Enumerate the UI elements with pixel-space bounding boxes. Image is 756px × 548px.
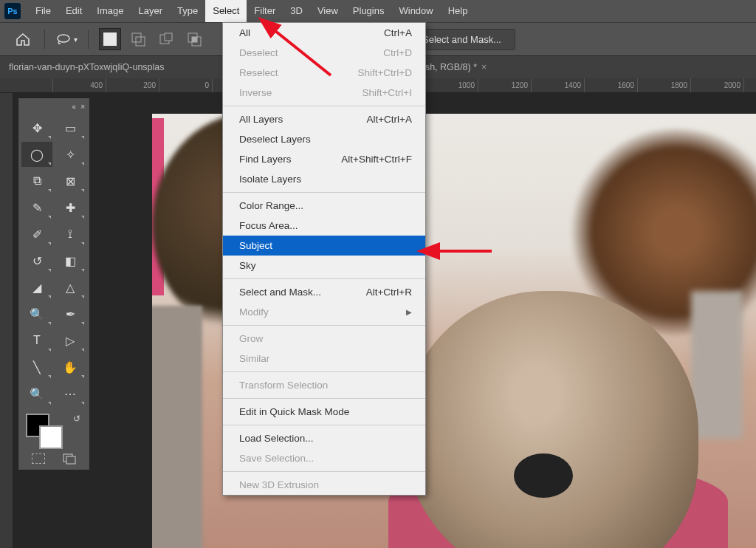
menu-item-label: Inverse bbox=[239, 86, 272, 100]
menu-item-label: Sky bbox=[239, 258, 256, 273]
path-select-tool[interactable]: ▷ bbox=[55, 328, 86, 353]
menu-type[interactable]: Type bbox=[170, 0, 205, 22]
history-brush-tool[interactable]: ↺ bbox=[21, 248, 52, 273]
quickmask-icon[interactable] bbox=[32, 453, 45, 464]
menu-item-edit-in-quick-mask-mode[interactable]: Edit in Quick Mask Mode bbox=[223, 402, 425, 422]
healing-tool[interactable]: ✚ bbox=[55, 195, 86, 220]
selection-intersect-icon[interactable] bbox=[183, 28, 205, 50]
menu-item-save-selection: Save Selection... bbox=[223, 448, 425, 468]
menu-item-label: Focus Area... bbox=[239, 219, 298, 233]
menu-separator bbox=[223, 278, 425, 279]
menu-separator bbox=[223, 425, 425, 425]
menu-item-grow: Grow bbox=[223, 329, 425, 349]
menu-item-deselect-layers[interactable]: Deselect Layers bbox=[223, 129, 425, 149]
ruler-tick: 2200 bbox=[744, 78, 756, 92]
hand-tool[interactable]: ✋ bbox=[55, 355, 86, 380]
dodge-tool[interactable]: 🔍 bbox=[21, 301, 52, 326]
menu-item-label: Save Selection... bbox=[239, 451, 314, 465]
pen-tool[interactable]: ✒ bbox=[55, 301, 86, 326]
zoom-tool[interactable]: 🔍 bbox=[21, 381, 52, 406]
brush-tool[interactable]: ✐ bbox=[21, 222, 52, 247]
close-icon[interactable]: × bbox=[80, 103, 85, 111]
menu-item-color-range[interactable]: Color Range... bbox=[223, 196, 425, 216]
select-menu-dropdown: AllCtrl+ADeselectCtrl+DReselectShift+Ctr… bbox=[222, 22, 426, 496]
menu-item-label: Deselect bbox=[239, 46, 278, 60]
separator bbox=[44, 30, 45, 49]
menu-item-sky[interactable]: Sky bbox=[223, 256, 425, 275]
line-tool[interactable]: ╲ bbox=[21, 355, 52, 380]
menu-item-focus-area[interactable]: Focus Area... bbox=[223, 216, 425, 236]
menu-filter[interactable]: Filter bbox=[247, 0, 283, 22]
menu-item-load-selection[interactable]: Load Selection... bbox=[223, 428, 425, 448]
menu-item-label: Edit in Quick Mask Mode bbox=[239, 405, 349, 419]
app-logo: Ps bbox=[4, 3, 21, 19]
ruler-tick: 1400 bbox=[532, 78, 585, 92]
swap-colors-icon[interactable]: ↺ bbox=[73, 414, 80, 424]
menu-separator bbox=[223, 106, 425, 106]
menu-item-deselect: DeselectCtrl+D bbox=[223, 43, 425, 63]
crop-tool[interactable]: ⧉ bbox=[21, 168, 52, 193]
close-icon[interactable]: × bbox=[481, 62, 487, 72]
ruler-tick: 1200 bbox=[478, 78, 532, 92]
menu-window[interactable]: Window bbox=[391, 0, 440, 22]
menu-item-label: Modify bbox=[239, 305, 269, 319]
menu-help[interactable]: Help bbox=[441, 0, 475, 22]
ruler-tick bbox=[0, 78, 53, 92]
menu-item-shortcut: Ctrl+D bbox=[383, 46, 412, 60]
svg-rect-9 bbox=[66, 456, 75, 464]
menu-edit[interactable]: Edit bbox=[58, 0, 89, 22]
menu-plugins[interactable]: Plugins bbox=[346, 0, 392, 22]
menu-view[interactable]: View bbox=[310, 0, 346, 22]
menu-item-similar: Similar bbox=[223, 349, 425, 369]
magic-wand-tool[interactable]: ✧ bbox=[55, 142, 86, 167]
gradient-tool[interactable]: ◢ bbox=[21, 275, 52, 300]
frame-tool[interactable]: ⊠ bbox=[55, 168, 86, 193]
svg-rect-1 bbox=[132, 33, 141, 42]
ruler-tick: 200 bbox=[106, 78, 159, 92]
blur-tool[interactable]: △ bbox=[55, 275, 86, 300]
menu-item-find-layers[interactable]: Find LayersAlt+Shift+Ctrl+F bbox=[223, 149, 425, 169]
lasso-tool[interactable]: ◯ bbox=[21, 142, 52, 167]
ruler-tick: 400 bbox=[53, 78, 106, 92]
menu-item-all[interactable]: AllCtrl+A bbox=[223, 23, 425, 43]
menu-item-label: Load Selection... bbox=[239, 431, 314, 445]
menu-file[interactable]: File bbox=[28, 0, 58, 22]
home-icon[interactable] bbox=[12, 28, 34, 50]
move-tool[interactable]: ✥ bbox=[21, 115, 52, 140]
menu-3d[interactable]: 3D bbox=[283, 0, 310, 22]
ruler-tick: 1600 bbox=[585, 78, 638, 92]
background-color-swatch[interactable] bbox=[39, 425, 63, 449]
eraser-tool[interactable]: ◧ bbox=[55, 248, 86, 273]
menu-item-subject[interactable]: Subject bbox=[223, 236, 425, 256]
menu-image[interactable]: Image bbox=[89, 0, 131, 22]
lasso-options-icon[interactable]: ▾ bbox=[55, 28, 78, 50]
menu-item-label: Subject bbox=[239, 239, 272, 253]
svg-point-0 bbox=[58, 35, 69, 42]
menu-item-select-and-mask[interactable]: Select and Mask...Alt+Ctrl+R bbox=[223, 282, 425, 302]
ruler-tick: 2000 bbox=[691, 78, 744, 92]
screenmode-icon[interactable] bbox=[63, 453, 76, 464]
menubar: Ps FileEditImageLayerTypeSelectFilter3DV… bbox=[0, 0, 756, 22]
menu-select[interactable]: Select bbox=[205, 0, 247, 22]
ruler-tick: 1800 bbox=[638, 78, 691, 92]
menu-separator bbox=[223, 192, 425, 193]
selection-subtract-icon[interactable] bbox=[155, 28, 177, 50]
stamp-tool[interactable]: ⟟ bbox=[55, 222, 86, 247]
menu-item-shortcut: Alt+Ctrl+A bbox=[366, 112, 412, 126]
marquee-tool[interactable]: ▭ bbox=[55, 115, 86, 140]
menu-item-label: Transform Selection bbox=[239, 378, 328, 392]
type-tool[interactable]: T bbox=[21, 328, 52, 353]
eyedropper-tool[interactable]: ✎ bbox=[21, 195, 52, 220]
document-tab[interactable]: florian-van-duyn-pXToxwjqIiQ-unsplas bbox=[9, 62, 169, 72]
menu-item-reselect: ReselectShift+Ctrl+D bbox=[223, 63, 425, 83]
more-tool[interactable]: ⋯ bbox=[55, 381, 86, 406]
menu-item-new-3d-extrusion: New 3D Extrusion bbox=[223, 475, 425, 495]
selection-new-icon[interactable] bbox=[99, 28, 121, 50]
svg-rect-4 bbox=[165, 33, 172, 41]
menu-item-isolate-layers[interactable]: Isolate Layers bbox=[223, 169, 425, 189]
selection-add-icon[interactable] bbox=[127, 28, 149, 50]
menu-layer[interactable]: Layer bbox=[131, 0, 171, 22]
collapse-icon[interactable]: « bbox=[72, 103, 77, 111]
submenu-arrow-icon: ▶ bbox=[406, 305, 412, 319]
menu-item-all-layers[interactable]: All LayersAlt+Ctrl+A bbox=[223, 109, 425, 129]
